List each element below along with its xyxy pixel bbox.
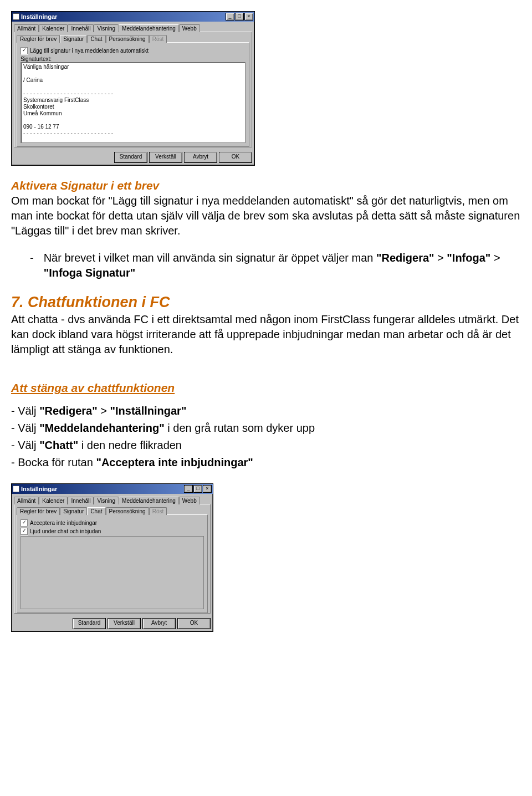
- menu-insert-signature: "Infoga Signatur": [44, 267, 136, 279]
- ok-button[interactable]: OK: [219, 152, 252, 163]
- tab-calendar-2[interactable]: Kalender: [39, 497, 68, 504]
- maximize-button-2[interactable]: □: [193, 485, 202, 493]
- tab-web[interactable]: Webb: [179, 24, 200, 32]
- tab-general[interactable]: Allmänt: [14, 24, 39, 32]
- bullet-text: När brevet i vilket man vill använda sin…: [44, 252, 376, 264]
- apply-button-2[interactable]: Verkställ: [108, 618, 141, 629]
- ok-button-2[interactable]: OK: [177, 618, 211, 629]
- subtab-signature[interactable]: Signatur: [60, 35, 87, 43]
- heading-activate-signature: Aktivera Signatur i ett brev: [11, 179, 521, 192]
- empty-pane: [21, 536, 204, 609]
- heading-chat-function: 7. Chatfunktionen i FC: [11, 294, 521, 311]
- subtab-personsearch[interactable]: Personsökning: [106, 35, 149, 43]
- maximize-button[interactable]: □: [235, 13, 244, 21]
- menu-edit-2: "Redigera": [39, 405, 98, 417]
- subtab-voice-2[interactable]: Röst: [149, 507, 167, 515]
- cancel-button[interactable]: Avbryt: [184, 152, 217, 163]
- settings-dialog-chat: Inställningar _ □ × Allmänt Kalender Inn…: [11, 483, 213, 632]
- menu-chat: "Chatt": [39, 439, 78, 451]
- close-button[interactable]: ×: [244, 13, 253, 21]
- heading-disable-chat: Att stänga av chattfunktionen: [11, 381, 521, 395]
- minimize-button-2[interactable]: _: [184, 485, 193, 493]
- top-tab-row-2: Allmänt Kalender Innehåll Visning Meddel…: [14, 496, 211, 504]
- standard-button[interactable]: Standard: [114, 152, 147, 163]
- paragraph-chat: Att chatta - dvs använda FC i ett direkt…: [11, 312, 521, 357]
- auto-signature-label: Lägg till signatur i nya meddelanden aut…: [30, 48, 149, 54]
- refuse-invites-checkbox[interactable]: ✓: [21, 519, 28, 527]
- tab-web-2[interactable]: Webb: [179, 497, 200, 504]
- tab-view[interactable]: Visning: [94, 24, 119, 32]
- menu-insert: "Infoga": [447, 252, 490, 264]
- paragraph-activate: Om man bockat för "Lägg till signatur i …: [11, 193, 521, 238]
- document-body: Aktivera Signatur i ett brev Om man bock…: [11, 179, 521, 632]
- close-button-2[interactable]: ×: [203, 485, 212, 493]
- titlebar[interactable]: Inställningar _ □ ×: [12, 12, 254, 22]
- titlebar-2[interactable]: Inställningar _ □ ×: [12, 484, 213, 494]
- menu-message-handling: "Meddelandehantering": [39, 422, 165, 434]
- subtab-signature-2[interactable]: Signatur: [60, 507, 87, 515]
- tab-content[interactable]: Innehåll: [68, 24, 94, 32]
- subtab-rules-2[interactable]: Regler för brev: [17, 507, 60, 515]
- app-icon-2: [13, 486, 19, 492]
- subtab-rules[interactable]: Regler för brev: [17, 35, 60, 43]
- sub-tab-row-2: Regler för brev Signatur Chat Personsökn…: [17, 507, 208, 514]
- subtab-personsearch-2[interactable]: Personsökning: [106, 507, 149, 515]
- subtab-voice[interactable]: Röst: [149, 35, 167, 43]
- tab-general-2[interactable]: Allmänt: [14, 497, 39, 504]
- cancel-button-2[interactable]: Avbryt: [142, 618, 176, 629]
- window-title-2: Inställningar: [21, 486, 184, 492]
- tab-calendar[interactable]: Kalender: [39, 24, 68, 32]
- signature-text-label: Signaturtext:: [21, 56, 245, 62]
- tab-view-2[interactable]: Visning: [94, 497, 119, 504]
- app-icon: [13, 13, 19, 20]
- tab-message-handling[interactable]: Meddelandehantering: [119, 24, 179, 32]
- apply-button[interactable]: Verkställ: [149, 152, 182, 163]
- chat-sound-checkbox[interactable]: ✓: [21, 528, 28, 535]
- top-tab-row: Allmänt Kalender Innehåll Visning Meddel…: [14, 24, 252, 32]
- menu-settings: "Inställningar": [110, 405, 187, 417]
- minimize-button[interactable]: _: [226, 13, 234, 21]
- steps-list: - Välj "Redigera" > "Inställningar" - Vä…: [11, 402, 521, 471]
- chat-sound-label: Ljud under chat och inbjudan: [30, 528, 101, 534]
- subtab-chat[interactable]: Chat: [87, 35, 105, 43]
- tab-message-handling-2[interactable]: Meddelandehantering: [119, 497, 179, 504]
- checkbox-refuse-invites: "Acceptera inte inbjudningar": [96, 456, 253, 468]
- signature-textarea[interactable]: Vänliga hälsningar / Carina - - - - - - …: [21, 62, 245, 143]
- standard-button-2[interactable]: Standard: [73, 618, 106, 629]
- refuse-invites-label: Acceptera inte inbjudningar: [30, 520, 97, 526]
- tab-content-2[interactable]: Innehåll: [68, 497, 94, 504]
- bullet-insert-signature: - När brevet i vilket man vill använda s…: [30, 251, 521, 280]
- dash-icon: -: [30, 251, 34, 280]
- menu-edit: "Redigera": [376, 252, 434, 264]
- subtab-chat-2[interactable]: Chat: [87, 507, 105, 515]
- window-title: Inställningar: [21, 13, 226, 20]
- sub-tab-row: Regler för brev Signatur Chat Personsökn…: [17, 34, 249, 42]
- auto-signature-checkbox[interactable]: ✓: [21, 47, 28, 54]
- settings-dialog-signature: Inställningar _ □ × Allmänt Kalender Inn…: [11, 11, 255, 166]
